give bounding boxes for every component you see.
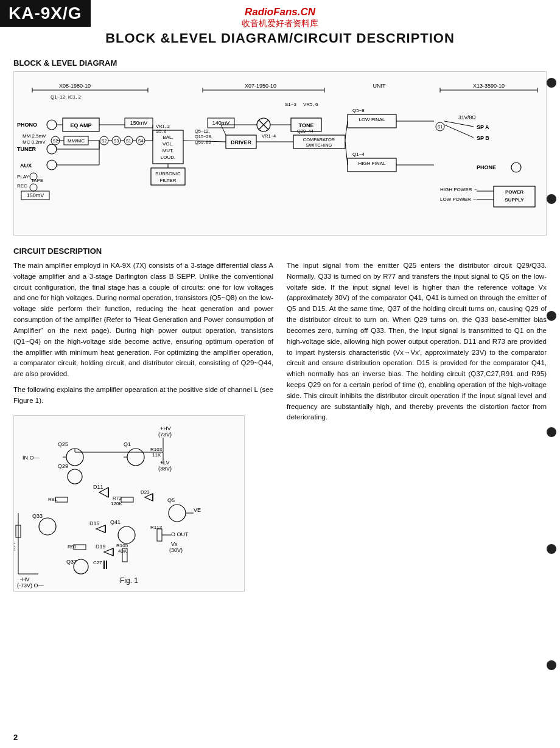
svg-point-156 <box>118 526 135 544</box>
svg-text:SUBSONIC: SUBSONIC <box>155 171 181 177</box>
svg-text:IN O—: IN O— <box>23 455 40 461</box>
svg-point-127 <box>127 449 144 466</box>
svg-text:AUX: AUX <box>20 163 32 169</box>
svg-text:D19: D19 <box>96 544 106 550</box>
svg-text:BAL.: BAL. <box>163 135 173 140</box>
svg-text:MC  0.2mV: MC 0.2mV <box>23 139 46 145</box>
svg-point-134 <box>68 469 82 484</box>
svg-text:MM/MC: MM/MC <box>68 138 85 144</box>
site-subtitle: 收音机爱好者资料库 <box>242 18 318 29</box>
svg-text:PLAY: PLAY <box>17 174 30 180</box>
circuit-left-para-2: The following explains the amplifier ope… <box>13 385 273 407</box>
nav-dot-6 <box>547 660 556 670</box>
svg-text:Q5~12,: Q5~12, <box>195 128 210 134</box>
svg-text:+HV: +HV <box>160 425 171 432</box>
svg-text:150mV: 150mV <box>130 120 148 126</box>
circuit-right-para-1: The input signal from the emitter Q25 en… <box>287 260 547 423</box>
svg-text:POWER: POWER <box>505 189 523 195</box>
svg-text:120K: 120K <box>111 501 122 506</box>
svg-text:Q1~12, IC1, 2: Q1~12, IC1, 2 <box>51 94 82 100</box>
svg-text:C27: C27 <box>93 560 102 565</box>
svg-text:LOW POWER ←: LOW POWER ← <box>440 197 477 202</box>
svg-text:Q29: Q29 <box>58 463 68 469</box>
svg-text:O OUT: O OUT <box>171 531 189 537</box>
svg-text:R105: R105 <box>116 543 128 548</box>
svg-text:S4: S4 <box>138 139 144 143</box>
svg-rect-142 <box>121 497 133 502</box>
svg-text:VR1~4: VR1~4 <box>262 133 276 139</box>
svg-text:S1: S1 <box>126 139 131 143</box>
svg-text:R113: R113 <box>150 525 163 530</box>
svg-text:(30V): (30V) <box>169 547 183 553</box>
svg-text:SP B: SP B <box>477 135 489 141</box>
svg-text:+LV: +LV <box>160 460 170 466</box>
svg-text:X13-3590-10: X13-3590-10 <box>473 83 505 89</box>
page-number: 2 <box>13 733 18 742</box>
svg-text:R77: R77 <box>14 541 16 550</box>
svg-text:X07-1950-10: X07-1950-10 <box>245 83 276 89</box>
svg-text:DRIVER: DRIVER <box>231 139 252 145</box>
svg-text:Q1~4: Q1~4 <box>352 152 365 157</box>
svg-text:COMPARATOR: COMPARATOR <box>303 137 335 142</box>
svg-text:HIGH POWER ←: HIGH POWER ← <box>440 187 478 192</box>
svg-text:Q33: Q33 <box>32 513 43 519</box>
svg-text:LOW FINAL: LOW FINAL <box>359 117 385 122</box>
svg-line-100 <box>345 142 348 165</box>
svg-text:11K: 11K <box>152 452 161 458</box>
circuit-section: The main amplifier employd in KA-9X (7X)… <box>13 260 547 592</box>
svg-text:MM 2.5mV: MM 2.5mV <box>23 133 46 139</box>
svg-text:REC: REC <box>17 183 27 189</box>
svg-line-97 <box>221 125 226 135</box>
svg-text:EQ AMP: EQ AMP <box>70 122 91 128</box>
page-title: BLOCK &LEVEL DIAGRAM/CIRCUIT DESCRIPTION <box>105 30 455 46</box>
circuit-left: The main amplifier employd in KA-9X (7X)… <box>13 260 273 592</box>
svg-text:TUNER: TUNER <box>17 146 36 152</box>
svg-text:PHONE: PHONE <box>477 164 496 170</box>
svg-point-174 <box>74 559 88 574</box>
circuit-description-title: CIRCUIT DESCRIPTION <box>13 246 547 256</box>
circuit-right: The input signal from the emitter Q25 en… <box>287 260 547 592</box>
svg-text:UNIT: UNIT <box>373 83 386 89</box>
svg-text:TONE: TONE <box>299 122 314 128</box>
svg-point-42 <box>30 184 37 191</box>
svg-text:D11: D11 <box>93 484 103 490</box>
svg-text:SWITCHING: SWITCHING <box>306 142 332 148</box>
svg-rect-158 <box>157 529 162 541</box>
svg-text:S3: S3 <box>114 139 119 143</box>
svg-text:S2: S2 <box>102 139 107 143</box>
svg-text:D15: D15 <box>89 520 100 526</box>
svg-text:PHONO: PHONO <box>17 122 37 128</box>
main-content: BLOCK & LEVEL DIAGRAM X08-1980-10 X07-19… <box>0 58 560 592</box>
svg-text:FILTER: FILTER <box>160 178 177 183</box>
svg-text:VR5, 6: VR5, 6 <box>303 102 318 107</box>
svg-text:Q41: Q41 <box>110 519 121 525</box>
svg-text:Q1: Q1 <box>124 441 131 447</box>
svg-point-35 <box>47 144 57 154</box>
svg-point-37 <box>47 160 57 170</box>
figure-1: +HV (73V) Q25 IN O— Q1 R103 11K <box>13 415 245 592</box>
svg-point-147 <box>169 505 186 522</box>
svg-text:X08-1980-10: X08-1980-10 <box>59 83 91 89</box>
svg-text:Q29~44: Q29~44 <box>297 128 313 134</box>
svg-text:(38V): (38V) <box>158 466 172 472</box>
svg-text:Vx: Vx <box>171 541 178 547</box>
svg-text:Q15~28,: Q15~28, <box>195 134 212 139</box>
svg-text:150mV: 150mV <box>27 192 44 198</box>
svg-line-99 <box>345 121 348 139</box>
svg-point-15 <box>47 120 57 130</box>
svg-text:S5, 6: S5, 6 <box>156 128 167 134</box>
svg-text:TAPE: TAPE <box>31 178 43 183</box>
svg-point-151 <box>39 518 56 535</box>
svg-text:SUPPLY: SUPPLY <box>505 197 524 203</box>
svg-text:VE: VE <box>194 507 201 513</box>
svg-text:Q5~8: Q5~8 <box>352 108 365 113</box>
svg-text:R103: R103 <box>150 447 163 452</box>
svg-text:31V/8Ω: 31V/8Ω <box>458 114 476 121</box>
svg-point-86 <box>511 163 521 172</box>
svg-line-104 <box>444 125 474 138</box>
svg-text:S1: S1 <box>438 125 443 129</box>
block-diagram-title: BLOCK & LEVEL DIAGRAM <box>13 58 547 68</box>
svg-text:(73V): (73V) <box>158 432 172 438</box>
svg-text:MUT.: MUT. <box>163 148 174 153</box>
svg-text:HIGH FINAL: HIGH FINAL <box>359 161 386 166</box>
